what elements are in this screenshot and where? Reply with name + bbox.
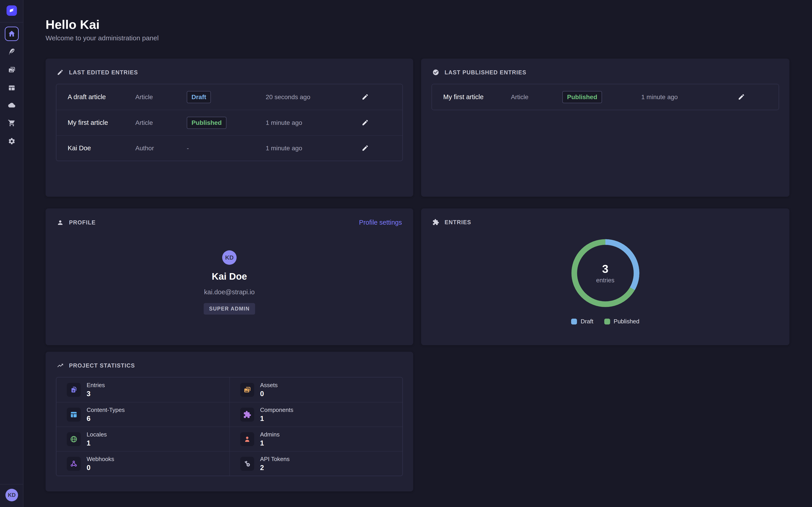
stat-locales: Locales 1	[56, 427, 230, 451]
sidebar-item-home[interactable]	[5, 26, 19, 41]
entry-time: 20 seconds ago	[266, 94, 328, 101]
media-library-icon	[8, 66, 15, 74]
webhook-icon	[70, 460, 78, 468]
card-title: LAST EDITED ENTRIES	[69, 69, 138, 76]
legend-item-draft: Draft	[571, 318, 593, 325]
entry-name: My first article	[443, 93, 511, 101]
puzzle-icon	[243, 410, 251, 419]
table-row[interactable]: Kai Doe Author - 1 minute ago	[56, 135, 402, 161]
stat-label: Content-Types	[87, 406, 125, 413]
sidebar: KD	[0, 0, 23, 507]
chart-legend: Draft Published	[421, 318, 790, 325]
last-edited-entries-card: LAST EDITED ENTRIES A draft article Arti…	[46, 59, 413, 197]
avatar: KD	[222, 250, 237, 265]
stat-label: Components	[260, 406, 293, 413]
legend-label: Draft	[580, 318, 593, 325]
entry-time: 1 minute ago	[641, 94, 704, 101]
globe-icon	[70, 435, 78, 443]
status-badge: Published	[562, 91, 602, 103]
page-title: Hello Kai	[46, 17, 100, 32]
documents-icon	[70, 386, 78, 394]
entry-type: Article	[135, 119, 187, 126]
sidebar-item-marketplace[interactable]	[8, 119, 15, 127]
photos-icon	[243, 386, 251, 394]
stat-value: 2	[260, 464, 290, 472]
sidebar-item-content-manager[interactable]	[8, 48, 15, 56]
layout-icon	[70, 410, 78, 419]
stat-entries: Entries 3	[56, 378, 230, 402]
entry-type: Article	[511, 94, 562, 101]
stat-webhooks: Webhooks 0	[56, 451, 230, 476]
entry-time: 1 minute ago	[266, 119, 328, 126]
entry-type: Author	[135, 145, 187, 152]
edit-entry-button[interactable]	[738, 93, 745, 101]
puzzle-icon	[433, 219, 439, 226]
table-row[interactable]: My first article Article Published 1 min…	[56, 110, 402, 135]
entries-card: ENTRIES 3 entries Draft Published	[421, 209, 790, 345]
status-badge: Published	[187, 117, 226, 129]
edit-entry-button[interactable]	[361, 119, 369, 127]
edit-entry-button[interactable]	[361, 93, 369, 101]
card-title: LAST PUBLISHED ENTRIES	[445, 69, 526, 76]
stat-value: 0	[87, 464, 114, 472]
stat-label: Locales	[87, 431, 107, 438]
stat-label: Assets	[260, 382, 278, 389]
sidebar-user-avatar[interactable]: KD	[5, 489, 18, 501]
pencil-icon	[57, 69, 64, 76]
profile-body: KD Kai Doe kai.doe@strapi.io SUPER ADMIN	[46, 209, 413, 345]
sidebar-item-settings[interactable]	[8, 137, 15, 145]
stat-components: Components 1	[230, 402, 402, 427]
stat-assets: Assets 0	[230, 378, 402, 402]
entries-count-label: entries	[596, 277, 614, 284]
entry-name: Kai Doe	[68, 145, 135, 152]
cart-icon	[8, 119, 15, 127]
avatar-initials: KD	[225, 254, 234, 261]
last-published-table: My first article Article Published 1 min…	[432, 84, 779, 110]
stat-value: 3	[87, 390, 105, 398]
stat-api-tokens: API Tokens 2	[230, 451, 402, 476]
strapi-logo[interactable]	[6, 5, 17, 16]
stat-value: 1	[260, 439, 280, 447]
stat-value: 0	[260, 390, 278, 398]
profile-name: Kai Doe	[46, 271, 413, 282]
role-badge: SUPER ADMIN	[204, 303, 255, 315]
strapi-logo-icon	[8, 7, 15, 14]
cloud-icon	[8, 102, 15, 109]
project-statistics-grid: Entries 3 Assets 0 Content-Types 6	[56, 377, 403, 476]
check-circle-icon	[433, 69, 439, 76]
entry-name: My first article	[68, 119, 135, 126]
sidebar-item-content-type-builder[interactable]	[8, 84, 15, 92]
layout-icon	[8, 84, 15, 92]
trending-up-icon	[57, 362, 64, 369]
card-title: ENTRIES	[445, 219, 471, 226]
edit-entry-button[interactable]	[361, 145, 369, 152]
legend-item-published: Published	[604, 318, 640, 325]
entries-donut-chart: 3 entries	[569, 237, 642, 309]
entry-time: 1 minute ago	[266, 145, 328, 152]
table-row[interactable]: A draft article Article Draft 20 seconds…	[56, 84, 402, 110]
status-badge: Draft	[187, 91, 211, 103]
stat-label: API Tokens	[260, 456, 290, 463]
sidebar-item-cloud[interactable]	[8, 102, 15, 109]
table-row[interactable]: My first article Article Published 1 min…	[432, 84, 779, 110]
page-subtitle: Welcome to your administration panel	[46, 34, 159, 42]
home-icon	[8, 30, 16, 38]
profile-card: PROFILE Profile settings KD Kai Doe kai.…	[46, 209, 413, 345]
key-icon	[243, 460, 251, 468]
profile-email: kai.doe@strapi.io	[46, 288, 413, 296]
feather-icon	[8, 48, 15, 56]
stat-admins: Admins 1	[230, 427, 402, 451]
user-icon	[243, 435, 251, 443]
legend-label: Published	[614, 318, 640, 325]
draft-swatch	[571, 319, 577, 325]
gear-icon	[8, 137, 15, 145]
entries-count: 3	[602, 263, 609, 276]
card-title: PROJECT STATISTICS	[69, 362, 135, 369]
stat-value: 1	[87, 439, 107, 447]
last-edited-table: A draft article Article Draft 20 seconds…	[56, 84, 403, 161]
published-swatch	[604, 319, 610, 325]
stat-label: Admins	[260, 431, 280, 438]
project-statistics-card: PROJECT STATISTICS Entries 3 Assets 0	[46, 352, 413, 492]
stat-label: Entries	[87, 382, 105, 389]
sidebar-item-media-library[interactable]	[8, 66, 15, 74]
